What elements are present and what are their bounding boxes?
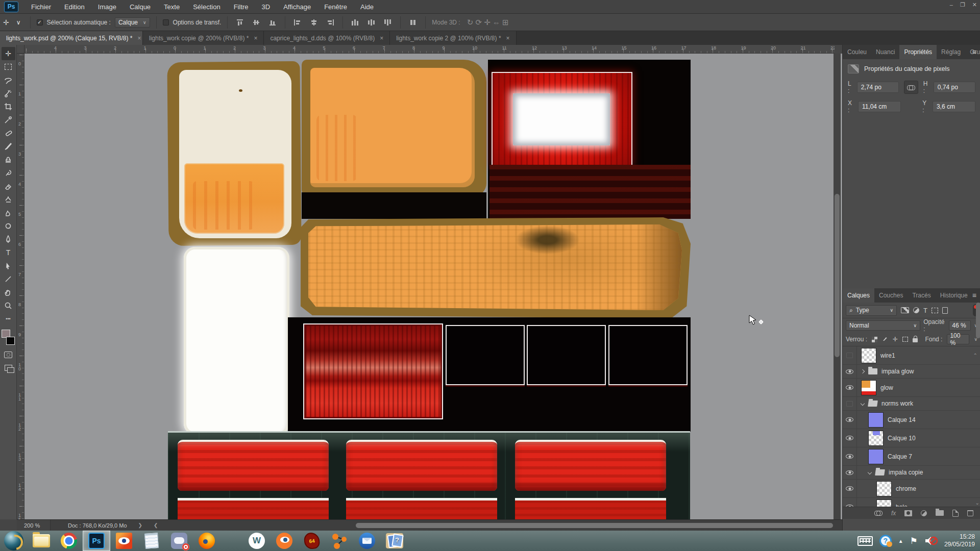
canvas-vertical-scrollbar-thumb[interactable] — [835, 194, 840, 357]
width-field[interactable]: 2,74 po — [857, 82, 899, 93]
visibility-toggle[interactable] — [843, 447, 857, 465]
align-right-icon[interactable] — [326, 19, 334, 26]
group-row-impala-copie[interactable]: impala copie — [843, 466, 980, 480]
maximize-button[interactable]: ❐ — [960, 2, 965, 8]
taskbar-faststone[interactable] — [110, 531, 138, 551]
visibility-toggle[interactable] — [843, 397, 857, 410]
color-swatches[interactable] — [2, 330, 15, 345]
menu-filtre[interactable]: Filtre — [227, 0, 255, 14]
collapse-icon[interactable] — [861, 402, 865, 406]
hand-tool[interactable] — [2, 286, 15, 299]
canvas[interactable] — [24, 54, 842, 519]
filter-shape-layers-icon[interactable] — [932, 308, 938, 313]
visibility-toggle[interactable] — [843, 466, 857, 479]
scroll-down-icon[interactable]: ⌄ — [975, 500, 979, 506]
distribute-bottom-icon[interactable] — [384, 19, 392, 26]
brush-tool[interactable] — [2, 140, 15, 153]
add-mask-button[interactable] — [904, 510, 912, 516]
menu-aide[interactable]: Aide — [354, 0, 380, 14]
tab-proprietes[interactable]: Propriétés — [899, 45, 937, 59]
align-vcenter-icon[interactable] — [252, 19, 260, 26]
visibility-toggle[interactable] — [843, 365, 857, 378]
tab-nuancier[interactable]: Nuanci — [871, 45, 899, 59]
quick-selection-tool[interactable] — [2, 87, 15, 100]
filter-type-dropdown[interactable]: ⌕ Type ∨ — [846, 305, 897, 316]
mode3d-icons[interactable]: ↻ ⟳ ✛ ⇔ ⊞ — [467, 18, 509, 27]
panel-menu-icon[interactable]: ≡ — [972, 48, 976, 56]
lock-position-icon[interactable]: ✛ — [893, 336, 898, 343]
new-group-button[interactable] — [936, 510, 944, 516]
smudge-tool[interactable] — [2, 206, 15, 219]
marquee-tool[interactable] — [2, 60, 15, 73]
gradient-tool[interactable] — [2, 193, 15, 206]
link-layers-button[interactable] — [874, 511, 883, 515]
doc-tab-2[interactable]: lights_work copie @ 200% (RVB/8) *× — [143, 31, 264, 45]
tray-expand-icon[interactable]: ▲ — [898, 538, 903, 544]
minimize-button[interactable]: – — [950, 2, 953, 8]
scroll-up-icon[interactable]: ⌃ — [973, 353, 977, 358]
lock-paint-icon[interactable] — [882, 336, 888, 343]
x-field[interactable]: 11,04 cm — [858, 101, 901, 112]
taskbar-explorer[interactable] — [28, 531, 55, 551]
menu-3d[interactable]: 3D — [255, 0, 277, 14]
menu-fichier[interactable]: Fichier — [24, 0, 58, 14]
background-color-swatch[interactable] — [6, 337, 15, 345]
layer-style-button[interactable]: fx — [891, 510, 896, 517]
tab-historique[interactable]: Historique — [936, 288, 972, 303]
layer-row-calque14[interactable]: Calque 14 — [843, 411, 980, 429]
visibility-toggle[interactable] — [843, 429, 857, 447]
distribute-spacing-icon[interactable] — [409, 19, 417, 26]
clone-stamp-tool[interactable] — [2, 153, 15, 166]
volume-muted-icon[interactable] — [924, 535, 938, 546]
visibility-toggle[interactable] — [843, 411, 857, 429]
tab-couches[interactable]: Couches — [874, 288, 908, 303]
auto-select-dropdown[interactable]: Calque∨ — [115, 17, 150, 28]
tab-reglages[interactable]: Réglag — [937, 45, 965, 59]
menu-affichage[interactable]: Affichage — [277, 0, 317, 14]
distribute-vcenter-icon[interactable] — [368, 19, 376, 26]
doc-tab-1[interactable]: lights_work.psd @ 200% (Calque 15, RVB/8… — [0, 31, 143, 45]
move-tool[interactable]: ✛ — [2, 47, 15, 60]
close-button[interactable]: ✕ — [972, 2, 977, 8]
crop-tool[interactable] — [2, 100, 15, 113]
taskbar-node-app[interactable] — [326, 531, 353, 551]
link-dimensions-button[interactable] — [904, 81, 918, 94]
doc-tab-4[interactable]: lights_work copie 2 @ 100% (RVB/8) *× — [390, 31, 516, 45]
line-tool[interactable] — [2, 272, 15, 286]
taskbar-thunderbird[interactable] — [353, 531, 381, 551]
tab-traces[interactable]: Tracés — [908, 288, 935, 303]
taskbar-w-app[interactable]: W — [243, 531, 271, 551]
visibility-toggle[interactable] — [843, 346, 857, 364]
visibility-toggle[interactable] — [843, 379, 857, 396]
fill-field[interactable]: 100 % — [947, 334, 969, 344]
start-button[interactable] — [0, 531, 28, 551]
visibility-toggle[interactable] — [843, 498, 857, 507]
scroll-left-icon[interactable]: ❮ — [154, 522, 158, 528]
menu-edition[interactable]: Edition — [58, 0, 91, 14]
zoom-tool[interactable] — [2, 299, 15, 312]
taskbar-cheat-engine[interactable]: 64 — [298, 531, 326, 551]
menu-image[interactable]: Image — [91, 0, 123, 14]
distribute-top-icon[interactable] — [351, 19, 359, 26]
menu-calque[interactable]: Calque — [123, 0, 157, 14]
taskbar-notepad[interactable] — [138, 531, 165, 551]
taskbar-photoshop[interactable]: Ps — [83, 531, 110, 551]
screen-mode-toggle[interactable] — [2, 361, 15, 374]
close-tab-icon[interactable]: × — [506, 35, 510, 42]
menu-texte[interactable]: Texte — [157, 0, 186, 14]
layers-scrollbar-thumb[interactable] — [976, 303, 980, 338]
menu-selection[interactable]: Sélection — [186, 0, 227, 14]
tab-calques[interactable]: Calques — [843, 288, 874, 303]
filter-type-layers-icon[interactable]: T — [923, 307, 927, 314]
opacity-field[interactable]: 46 % — [949, 320, 971, 331]
eraser-tool[interactable] — [2, 180, 15, 193]
blend-mode-dropdown[interactable]: Normal ∨ — [846, 320, 920, 331]
tool-preset-chevron-icon[interactable]: ∨ — [13, 17, 24, 28]
help-tray-icon[interactable]: ? — [879, 535, 892, 547]
lock-transparency-icon[interactable] — [872, 337, 877, 342]
adjustment-layer-button[interactable] — [921, 510, 927, 516]
tab-couleur[interactable]: Couleu — [843, 45, 871, 59]
layer-row-calque7[interactable]: Calque 7 — [843, 447, 980, 466]
type-tool[interactable]: T — [2, 246, 15, 259]
edit-toolbar-icon[interactable]: ••• — [2, 312, 15, 325]
